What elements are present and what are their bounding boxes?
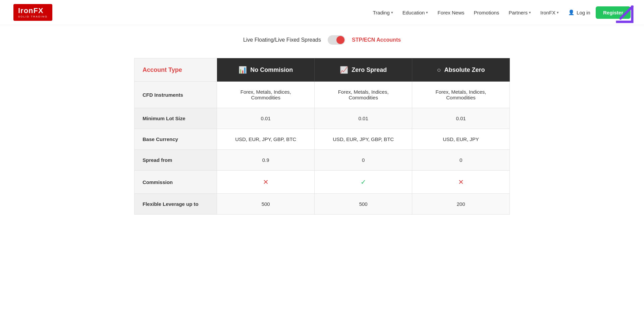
- corner-logo: [614, 3, 637, 27]
- row-label: Flexible Leverage up to: [135, 194, 217, 215]
- nav-item-partners[interactable]: Partners ▾: [508, 10, 531, 15]
- person-icon: 👤: [568, 9, 575, 15]
- row-value: Forex, Metals, Indices, Commodities: [412, 82, 510, 108]
- row-value: 0.9: [217, 150, 315, 171]
- toggle-knob: [336, 36, 344, 44]
- nav-links: Trading ▾ Education ▾ Forex News Promoti…: [373, 10, 559, 15]
- nav-item-promotions[interactable]: Promotions: [474, 10, 499, 15]
- cross-icon: ✕: [263, 178, 269, 186]
- nav-item-trading[interactable]: Trading ▾: [373, 10, 393, 15]
- check-icon: ✓: [361, 178, 366, 186]
- cross-icon: ✕: [458, 178, 464, 186]
- row-value: Forex, Metals, Indices, Commodities: [217, 82, 315, 108]
- row-value: 500: [217, 194, 315, 215]
- row-value: 0: [412, 150, 510, 171]
- row-value: 0.01: [412, 108, 510, 129]
- row-value: Forex, Metals, Indices, Commodities: [315, 82, 412, 108]
- table-row: Flexible Leverage up to 500 500 200: [135, 194, 510, 215]
- row-value: 0.01: [217, 108, 315, 129]
- row-label: Spread from: [135, 150, 217, 171]
- row-value: 0: [315, 150, 412, 171]
- logo[interactable]: IronFX SOLID TRADING: [13, 4, 52, 21]
- comparison-table: Account Type 📊 No Commision 📈 Zero Sprea…: [134, 58, 510, 215]
- circle-icon: ○: [437, 66, 441, 74]
- row-label: Minimum Lot Size: [135, 108, 217, 129]
- account-type-header: Account Type: [135, 58, 217, 82]
- nav-item-forex-news[interactable]: Forex News: [437, 10, 464, 15]
- main-content: Live Floating/Live Fixed Spreads STP/ECN…: [121, 25, 523, 235]
- table-header-row: Account Type 📊 No Commision 📈 Zero Sprea…: [135, 58, 510, 82]
- row-value-commission-1: ✕: [217, 171, 315, 194]
- toggle-section: Live Floating/Live Fixed Spreads STP/ECN…: [134, 35, 510, 45]
- table-row: Base Currency USD, EUR, JPY, GBP, BTC US…: [135, 129, 510, 150]
- row-value-commission-3: ✕: [412, 171, 510, 194]
- row-label: CFD Instruments: [135, 82, 217, 108]
- col-header-absolute-zero: ○ Absolute Zero: [412, 58, 510, 82]
- row-label: Commission: [135, 171, 217, 194]
- bar-chart-icon: 📊: [238, 66, 247, 74]
- toggle-label: Live Floating/Live Fixed Spreads: [243, 37, 321, 43]
- col-header-zero-spread: 📈 Zero Spread: [315, 58, 412, 82]
- navbar: IronFX SOLID TRADING Trading ▾ Education…: [0, 0, 644, 25]
- row-value-commission-2: ✓: [315, 171, 412, 194]
- chevron-down-icon: ▾: [391, 10, 393, 15]
- chevron-down-icon: ▾: [426, 10, 428, 15]
- row-value: USD, EUR, JPY, GBP, BTC: [217, 129, 315, 150]
- col-header-no-commission: 📊 No Commision: [217, 58, 315, 82]
- table-row: Spread from 0.9 0 0: [135, 150, 510, 171]
- nav-item-education[interactable]: Education ▾: [402, 10, 428, 15]
- stp-ecn-link[interactable]: STP/ECN Accounts: [352, 37, 401, 43]
- chevron-down-icon: ▾: [529, 10, 531, 15]
- row-value: 200: [412, 194, 510, 215]
- chart-line-icon: 📈: [340, 66, 348, 74]
- table-row: Commission ✕ ✓ ✕: [135, 171, 510, 194]
- row-label: Base Currency: [135, 129, 217, 150]
- row-value: USD, EUR, JPY: [412, 129, 510, 150]
- toggle-switch[interactable]: [328, 35, 345, 45]
- svg-line-0: [621, 7, 632, 18]
- logo-sub: SOLID TRADING: [18, 15, 48, 18]
- table-row: CFD Instruments Forex, Metals, Indices, …: [135, 82, 510, 108]
- login-button[interactable]: 👤 Log in: [568, 9, 590, 15]
- row-value: 500: [315, 194, 412, 215]
- row-value: 0.01: [315, 108, 412, 129]
- row-value: USD, EUR, JPY, GBP, BTC: [315, 129, 412, 150]
- nav-item-ironfx[interactable]: IronFX ▾: [540, 10, 559, 15]
- chevron-down-icon: ▾: [557, 10, 559, 15]
- logo-text: IronFX: [18, 6, 44, 15]
- table-row: Minimum Lot Size 0.01 0.01 0.01: [135, 108, 510, 129]
